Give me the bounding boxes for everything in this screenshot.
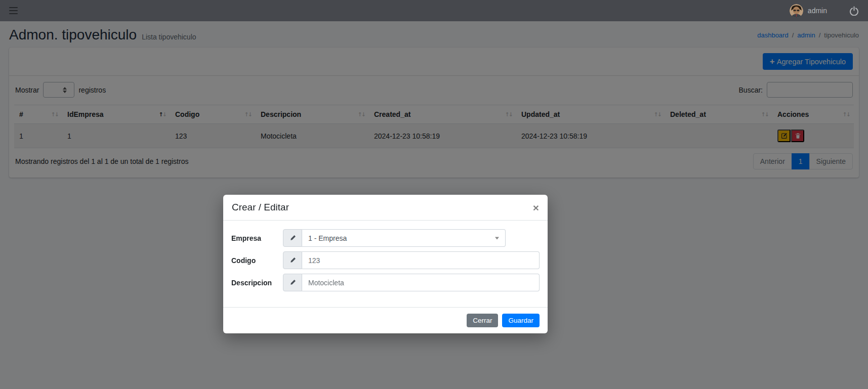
- pencil-icon: [283, 229, 302, 247]
- user-name: admin: [808, 7, 827, 15]
- modal-title: Crear / Editar: [232, 202, 289, 213]
- crear-editar-modal: Crear / Editar × Empresa 1 - Empresa Cod…: [223, 195, 548, 333]
- descripcion-input[interactable]: [302, 274, 540, 291]
- codigo-input[interactable]: [302, 251, 540, 269]
- pencil-icon: [283, 274, 302, 291]
- user-menu[interactable]: admin: [790, 4, 827, 18]
- menu-toggle-icon[interactable]: [9, 7, 19, 15]
- codigo-label: Codigo: [231, 256, 283, 265]
- empresa-select[interactable]: 1 - Empresa: [302, 229, 506, 247]
- guardar-button[interactable]: Guardar: [502, 314, 540, 327]
- top-navbar: admin: [0, 0, 868, 21]
- cerrar-button[interactable]: Cerrar: [467, 314, 498, 327]
- chevron-down-icon: [495, 237, 499, 239]
- pencil-icon: [283, 251, 302, 269]
- power-icon[interactable]: [849, 6, 859, 16]
- empresa-label: Empresa: [231, 234, 283, 242]
- close-icon[interactable]: ×: [533, 202, 539, 213]
- user-avatar: [790, 4, 803, 18]
- descripcion-label: Descripcion: [231, 279, 283, 287]
